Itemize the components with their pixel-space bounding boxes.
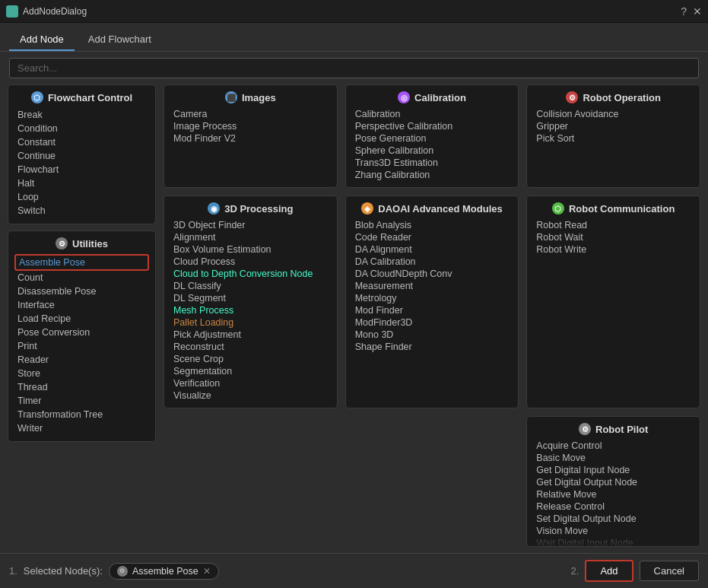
list-item[interactable]: Pose Generation: [352, 132, 513, 145]
list-item[interactable]: Verification: [170, 377, 331, 389]
chip-text: Assemble Pose: [132, 566, 198, 577]
tab-add-node[interactable]: Add Node: [9, 29, 75, 51]
list-item[interactable]: Zhang Calibration: [352, 169, 513, 181]
list-item[interactable]: Pallet Loading: [170, 316, 331, 329]
list-item[interactable]: Reader: [14, 353, 149, 367]
list-item[interactable]: Segmentation: [170, 365, 331, 377]
list-item[interactable]: Image Process: [170, 120, 331, 132]
list-item[interactable]: Camera: [170, 108, 331, 120]
close-button[interactable]: ✕: [693, 6, 702, 17]
cancel-button[interactable]: Cancel: [640, 561, 699, 581]
list-item[interactable]: Acquire Control: [533, 440, 694, 452]
processing-3d-list: 3D Object Finder Alignment Box Volume Es…: [170, 219, 331, 402]
list-item[interactable]: DA Alignment: [352, 243, 513, 256]
list-item[interactable]: Sphere Calibration: [352, 145, 513, 157]
list-item[interactable]: Calibration: [352, 108, 513, 120]
list-item[interactable]: Store: [14, 367, 149, 380]
list-item[interactable]: Gripper: [533, 120, 694, 132]
images-icon: ⬛: [225, 91, 237, 103]
left-panel: ⬡ Flowchart Control Break Condition Cons…: [8, 84, 156, 553]
list-item[interactable]: Vision Move: [533, 525, 694, 537]
selected-nodes-label: Selected Node(s):: [24, 565, 103, 577]
robot-operation-icon: ⚙: [566, 91, 578, 103]
list-item[interactable]: DA Calibration: [352, 256, 513, 268]
search-input[interactable]: [9, 58, 699, 78]
list-item[interactable]: Loop: [14, 190, 149, 204]
list-item[interactable]: Pick Sort: [533, 132, 694, 145]
list-item[interactable]: DA CloudNDepth Conv: [352, 268, 513, 280]
list-item[interactable]: Mono 3D: [352, 329, 513, 341]
content-area: ⬡ Flowchart Control Break Condition Cons…: [0, 84, 708, 553]
list-item[interactable]: Collision Avoidance: [533, 108, 694, 120]
list-item[interactable]: Condition: [14, 122, 149, 135]
list-item[interactable]: Interface: [14, 298, 149, 312]
list-item[interactable]: Cloud to Depth Conversion Node: [170, 268, 331, 280]
list-item[interactable]: Constant: [14, 135, 149, 149]
list-item[interactable]: Print: [14, 339, 149, 353]
list-item[interactable]: DL Classify: [170, 280, 331, 292]
list-item[interactable]: Release Control: [533, 501, 694, 513]
list-item[interactable]: Trans3D Estimation: [352, 157, 513, 169]
list-item[interactable]: Pose Conversion: [14, 326, 149, 339]
list-item[interactable]: Alignment: [170, 231, 331, 243]
list-item[interactable]: Reconstruct: [170, 341, 331, 353]
step2-label: 2.: [571, 565, 579, 577]
calibration-icon: ◎: [398, 91, 410, 103]
list-item[interactable]: Continue: [14, 149, 149, 163]
assemble-pose-item[interactable]: Assemble Pose: [14, 254, 149, 271]
list-item[interactable]: Measurement: [352, 280, 513, 292]
list-item[interactable]: DL Segment: [170, 292, 331, 304]
list-item[interactable]: Writer: [14, 421, 149, 435]
list-item[interactable]: Flowchart: [14, 163, 149, 176]
app-icon: [6, 5, 18, 17]
bottom-bar: 1. Selected Node(s): ⚙ Assemble Pose ✕ 2…: [0, 553, 708, 588]
list-item[interactable]: Blob Analysis: [352, 219, 513, 231]
images-list: Camera Image Process Mod Finder V2: [170, 108, 331, 145]
list-item[interactable]: Robot Wait: [533, 231, 694, 243]
list-item[interactable]: Cloud Process: [170, 256, 331, 268]
add-button[interactable]: Add: [585, 560, 633, 582]
list-item[interactable]: Break: [14, 108, 149, 122]
list-item[interactable]: Shape Finder: [352, 341, 513, 353]
list-item[interactable]: Pick Adjustment: [170, 329, 331, 341]
flowchart-list: Break Condition Constant Continue Flowch…: [14, 108, 149, 218]
list-item[interactable]: Timer: [14, 394, 149, 408]
processing-3d-title: ◉ 3D Processing: [170, 202, 331, 215]
list-item[interactable]: 3D Object Finder: [170, 219, 331, 231]
list-item[interactable]: Metrology: [352, 292, 513, 304]
list-item[interactable]: Disassemble Pose: [14, 284, 149, 298]
list-item[interactable]: Robot Write: [533, 243, 694, 256]
list-item[interactable]: Relative Move: [533, 488, 694, 501]
help-button[interactable]: ?: [681, 6, 687, 17]
title-bar-controls: ? ✕: [681, 6, 702, 17]
list-item[interactable]: Wait Digital Input Node: [533, 537, 694, 547]
list-item[interactable]: Code Reader: [352, 231, 513, 243]
list-item[interactable]: Get Digital Input Node: [533, 464, 694, 476]
list-item[interactable]: ModFinder3D: [352, 316, 513, 329]
list-item[interactable]: Mod Finder: [352, 304, 513, 316]
list-item[interactable]: Switch: [14, 204, 149, 218]
list-item[interactable]: Thread: [14, 380, 149, 394]
list-item[interactable]: Mesh Process: [170, 304, 331, 316]
list-item[interactable]: Visualize: [170, 389, 331, 402]
robot-pilot-list: Acquire Control Basic Move Get Digital I…: [533, 440, 694, 547]
list-item[interactable]: Set Digital Output Node: [533, 513, 694, 525]
chip-close-button[interactable]: ✕: [203, 566, 211, 577]
list-item[interactable]: Robot Read: [533, 219, 694, 231]
utilities-title: ⚙ Utilities: [14, 237, 149, 250]
utilities-box: ⚙ Utilities Assemble Pose Count Disassem…: [8, 230, 156, 442]
list-item[interactable]: Perspective Calibration: [352, 120, 513, 132]
list-item[interactable]: Mod Finder V2: [170, 132, 331, 145]
list-item[interactable]: Halt: [14, 176, 149, 190]
title-bar-title: AddNodeDialog: [23, 6, 681, 17]
list-item[interactable]: Scene Crop: [170, 353, 331, 365]
list-item[interactable]: Transformation Tree: [14, 408, 149, 421]
tab-add-flowchart[interactable]: Add Flowchart: [78, 29, 162, 51]
list-item[interactable]: Load Recipe: [14, 312, 149, 326]
list-item[interactable]: Get Digital Output Node: [533, 476, 694, 488]
list-item[interactable]: Basic Move: [533, 452, 694, 464]
chip-icon: ⚙: [117, 566, 128, 577]
list-item[interactable]: Count: [14, 271, 149, 284]
list-item[interactable]: Box Volume Estimation: [170, 243, 331, 256]
robot-operation-list: Collision Avoidance Gripper Pick Sort: [533, 108, 694, 145]
